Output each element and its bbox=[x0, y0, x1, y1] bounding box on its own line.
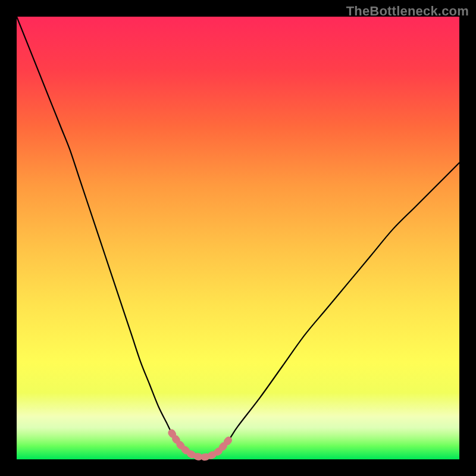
curve-svg bbox=[17, 17, 459, 459]
bottleneck-curve bbox=[17, 17, 459, 457]
watermark-text: TheBottleneck.com bbox=[346, 4, 469, 19]
plot-area bbox=[17, 17, 459, 459]
valley-highlight bbox=[171, 433, 229, 457]
chart-frame: TheBottleneck.com bbox=[0, 0, 476, 476]
